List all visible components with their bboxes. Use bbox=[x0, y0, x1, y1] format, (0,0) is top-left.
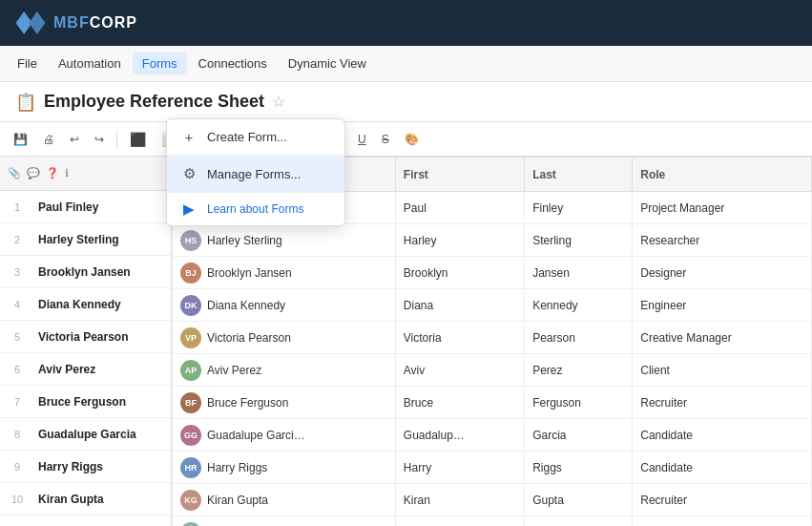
table-row[interactable]: AP Aviv Perez Aviv Perez Client bbox=[173, 354, 812, 387]
paint-button[interactable]: 🎨 bbox=[399, 130, 425, 149]
row-number: 2 bbox=[0, 234, 34, 245]
learn-forms-label: Learn about Forms bbox=[207, 202, 303, 216]
menu-automation[interactable]: Automation bbox=[49, 53, 131, 74]
cell-contact: VP Victoria Pearson bbox=[173, 322, 396, 354]
cell-contact: KG Kiran Gupta bbox=[173, 484, 396, 516]
list-item[interactable]: 10 Kiran Gupta bbox=[0, 483, 171, 515]
table-row[interactable]: VP Victoria Pearson Victoria Pearson Cre… bbox=[173, 322, 812, 354]
toolbar: 💾 🖨 ↩ ↪ ⬛ ⬜ Arial 10 B I U S 🎨 bbox=[0, 122, 812, 157]
plus-icon: + bbox=[180, 129, 198, 145]
table-row[interactable]: MB Melissa Brundige Melissa Brundige HR … bbox=[173, 516, 812, 527]
list-item[interactable]: 5 Victoria Pearson bbox=[0, 321, 171, 353]
contact-name: Harley Sterling bbox=[207, 234, 282, 247]
row-number: 10 bbox=[0, 494, 34, 505]
list-item[interactable]: 11 Melissa Brundige bbox=[0, 515, 171, 526]
list-item[interactable]: 7 Bruce Ferguson bbox=[0, 386, 171, 418]
cell-last: Ferguson bbox=[525, 387, 633, 419]
align-left-button[interactable]: ⬛ bbox=[124, 129, 152, 150]
col-header-last: Last bbox=[525, 158, 633, 192]
logo-area: MBFCORP bbox=[15, 11, 137, 34]
cell-first: Victoria bbox=[395, 322, 524, 354]
contact-name: Aviv Perez bbox=[207, 364, 261, 377]
cell-contact: AP Aviv Perez bbox=[173, 354, 396, 387]
col-header-first: First bbox=[395, 158, 524, 192]
cell-first: Diana bbox=[395, 289, 524, 322]
cell-contact: GG Guadalupe Garci… bbox=[173, 419, 396, 452]
underline-button[interactable]: U bbox=[352, 130, 372, 149]
cell-last: Perez bbox=[525, 354, 633, 387]
list-item[interactable]: 3 Brooklyn Jansen bbox=[0, 256, 171, 288]
print-button[interactable]: 🖨 bbox=[37, 130, 60, 149]
menu-dynamic-view[interactable]: Dynamic View bbox=[279, 53, 376, 74]
table-row[interactable]: HR Harry Riggs Harry Riggs Candidate bbox=[173, 452, 812, 484]
favorite-icon[interactable]: ☆ bbox=[272, 93, 285, 111]
menu-file[interactable]: File bbox=[8, 53, 47, 74]
contact-name: Diana Kennedy bbox=[207, 299, 285, 312]
cell-first: Aviv bbox=[395, 354, 524, 387]
contact-name: Bruce Ferguson bbox=[207, 396, 288, 410]
list-item[interactable]: 9 Harry Riggs bbox=[0, 451, 171, 483]
cell-role: Researcher bbox=[633, 224, 812, 257]
doc-title-bar: 📋 Employee Reference Sheet ☆ bbox=[0, 82, 812, 122]
list-item[interactable]: 8 Guadalupe Garcia bbox=[0, 418, 171, 451]
avatar: AP bbox=[180, 360, 201, 381]
row-name: Harry Riggs bbox=[34, 460, 171, 473]
strikethrough-button[interactable]: S bbox=[376, 130, 395, 149]
app-name: MBFCORP bbox=[53, 14, 137, 32]
list-item[interactable]: 2 Harley Sterling bbox=[0, 223, 171, 256]
save-button[interactable]: 💾 bbox=[8, 130, 33, 149]
undo-button[interactable]: ↩ bbox=[64, 130, 85, 149]
create-form-item[interactable]: + Create Form... bbox=[167, 119, 344, 155]
cell-last: Finley bbox=[525, 192, 633, 224]
learn-forms-item[interactable]: ▶ Learn about Forms bbox=[167, 193, 344, 225]
list-item[interactable]: 4 Diana Kennedy bbox=[0, 288, 171, 321]
cell-last: Riggs bbox=[525, 452, 633, 484]
info-icon: ℹ bbox=[65, 167, 69, 179]
list-item[interactable]: 6 Aviv Perez bbox=[0, 353, 171, 386]
cell-first: Harley bbox=[395, 224, 524, 257]
cell-last: Kennedy bbox=[525, 289, 633, 322]
cell-role: HR Coordinator bbox=[633, 516, 812, 527]
cell-role: Recruiter bbox=[633, 387, 812, 419]
avatar: GG bbox=[180, 425, 201, 446]
avatar: MB bbox=[180, 522, 201, 527]
cell-last: Garcia bbox=[525, 419, 633, 452]
cell-first: Kiran bbox=[395, 484, 524, 516]
main-content: 📎 💬 ❓ ℹ 1 Paul Finley 2 Harley Sterling … bbox=[0, 157, 812, 526]
redo-button[interactable]: ↪ bbox=[89, 130, 110, 149]
doc-title: Employee Reference Sheet bbox=[44, 92, 264, 112]
svg-marker-1 bbox=[29, 11, 45, 34]
left-panel-header: 📎 💬 ❓ ℹ bbox=[0, 157, 171, 191]
contact-name: Brooklyn Jansen bbox=[207, 266, 292, 280]
col-header-role: Role bbox=[633, 158, 812, 192]
row-name: Brooklyn Jansen bbox=[34, 265, 171, 279]
row-number: 1 bbox=[0, 201, 34, 213]
cell-role: Engineer bbox=[633, 289, 812, 322]
table-row[interactable]: DK Diana Kennedy Diana Kennedy Engineer bbox=[173, 289, 812, 322]
cell-role: Creative Manager bbox=[633, 322, 812, 354]
contact-name: Harry Riggs bbox=[207, 461, 267, 474]
cell-first: Harry bbox=[395, 452, 524, 484]
toolbar-separator bbox=[116, 130, 117, 149]
cell-role: Candidate bbox=[633, 452, 812, 484]
cell-role: Project Manager bbox=[633, 192, 812, 224]
cell-role: Designer bbox=[633, 257, 812, 289]
table-row[interactable]: KG Kiran Gupta Kiran Gupta Recruiter bbox=[173, 484, 812, 516]
table-row[interactable]: BJ Brooklyn Jansen Brooklyn Jansen Desig… bbox=[173, 257, 812, 289]
row-number: 8 bbox=[0, 429, 34, 440]
row-name: Bruce Ferguson bbox=[34, 395, 171, 409]
app-header: MBFCORP bbox=[0, 0, 812, 46]
menu-forms[interactable]: Forms bbox=[133, 53, 187, 74]
manage-forms-item[interactable]: ⚙ Manage Forms... bbox=[167, 156, 344, 192]
avatar: BF bbox=[180, 392, 201, 413]
mbfcorp-logo bbox=[15, 11, 46, 34]
list-item[interactable]: 1 Paul Finley bbox=[0, 191, 171, 223]
menu-connections[interactable]: Connections bbox=[189, 53, 277, 74]
row-number: 3 bbox=[0, 266, 34, 278]
table-row[interactable]: BF Bruce Ferguson Bruce Ferguson Recruit… bbox=[173, 387, 812, 419]
avatar: KG bbox=[180, 490, 201, 511]
avatar: HS bbox=[180, 230, 201, 251]
table-row[interactable]: HS Harley Sterling Harley Sterling Resea… bbox=[173, 224, 812, 257]
table-row[interactable]: GG Guadalupe Garci… Guadalup… Garcia Can… bbox=[173, 419, 812, 452]
cell-last: Brundige bbox=[525, 516, 633, 527]
